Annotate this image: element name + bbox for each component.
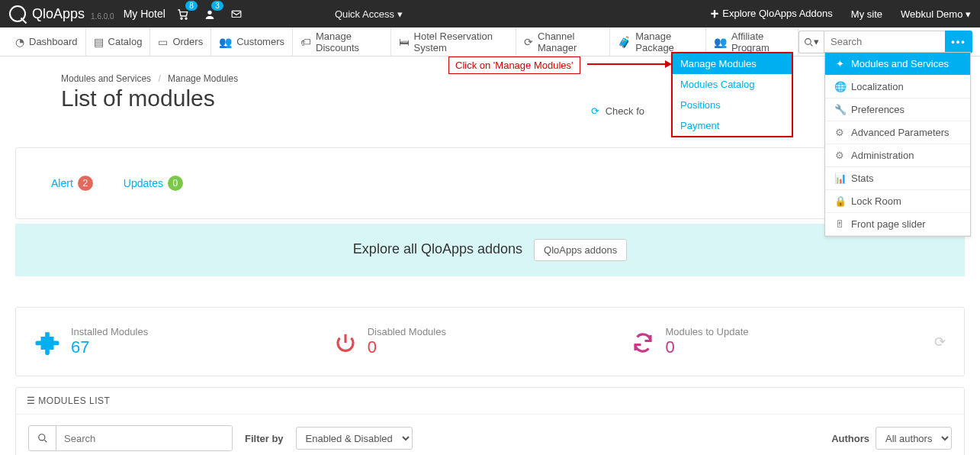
stats-panel: Installed Modules 67 Disabled Modules 0 … (15, 307, 965, 376)
more-front-slider[interactable]: 🎚Front page slider (825, 213, 970, 236)
my-site-link[interactable]: My site (851, 8, 882, 20)
app-name: QloApps (32, 6, 85, 22)
nav-package-label: Manage Package (635, 31, 698, 53)
modules-search-box (28, 425, 233, 451)
puzzle-icon: ✦ (834, 58, 845, 69)
users-icon: 👥 (219, 36, 232, 48)
stat-update: Modules to Update 0 (631, 326, 748, 357)
mail-icon[interactable] (230, 7, 243, 21)
nav-dashboard-label: Dashboard (29, 36, 78, 47)
cart-icon[interactable]: 8 (176, 7, 190, 21)
svg-point-5 (38, 434, 44, 440)
stat-installed: Installed Modules 67 (34, 326, 148, 357)
nav-hotel-res-label: Hotel Reservation System (414, 31, 508, 53)
nav-catalog[interactable]: ▤Catalog (86, 27, 151, 56)
topbar: QloApps 1.6.0.0 My Hotel 8 3 Quick Acces… (0, 0, 980, 27)
power-icon (334, 329, 357, 354)
explore-addons-link[interactable]: Explore QloApps Addons (709, 8, 833, 20)
more-administration[interactable]: ⚙Administration (825, 144, 970, 167)
refresh-icon: ⟳ (524, 36, 533, 48)
list-icon: ☰ (27, 395, 38, 406)
gear-icon: ⚙ (834, 150, 845, 161)
submenu-positions[interactable]: Positions (673, 95, 792, 115)
breadcrumb-sep: / (158, 73, 160, 84)
more-localization[interactable]: 🌐Localization (825, 76, 970, 98)
search-scope-dropdown[interactable]: ▾ (798, 31, 824, 53)
bed-icon: 🛏 (399, 36, 410, 48)
alert-link[interactable]: Alert 2 (51, 176, 93, 191)
updates-count: 0 (168, 176, 183, 191)
hotel-name[interactable]: My Hotel (124, 8, 165, 20)
quick-access-label: Quick Access (335, 8, 394, 20)
wrench-icon: 🔧 (834, 104, 845, 115)
user-icon[interactable]: 3 (204, 7, 216, 21)
globe-icon: 🌐 (834, 81, 845, 92)
more-menu-button[interactable]: ••• (945, 31, 972, 53)
more-front-label: Front page slider (851, 218, 926, 230)
filter-by-select[interactable]: Enabled & Disabled (296, 427, 413, 450)
svg-point-0 (181, 18, 182, 19)
logo-mark-icon (9, 5, 26, 22)
nav-catalog-label: Catalog (108, 36, 143, 47)
nav-channel[interactable]: ⟳Channel Manager (516, 27, 610, 56)
svg-point-2 (207, 10, 211, 14)
refresh-stats-icon[interactable]: ⟳ (934, 334, 946, 350)
nav-channel-label: Channel Manager (538, 31, 602, 53)
stat-installed-value: 67 (71, 337, 148, 357)
check-update-label: Check fo (606, 105, 644, 117)
more-stats-label: Stats (851, 173, 874, 184)
more-menu-dropdown: ✦Modules and Services 🌐Localization 🔧Pre… (824, 52, 971, 237)
modules-search-input[interactable] (56, 426, 232, 450)
book-icon: ▤ (94, 36, 104, 48)
more-modules-services[interactable]: ✦Modules and Services (825, 53, 970, 76)
nav-dashboard[interactable]: ◔Dashboard (8, 27, 86, 56)
authors-label: Authors (831, 433, 869, 444)
tag-icon: 🏷 (300, 36, 311, 48)
addons-button[interactable]: QloApps addons (534, 239, 627, 261)
sliders-icon: 🎚 (834, 218, 845, 230)
puzzle-icon (34, 328, 60, 355)
submenu-manage-modules[interactable]: Manage Modules (673, 53, 792, 74)
annotation-arrow-head (665, 60, 672, 68)
quick-access-menu[interactable]: Quick Access ▾ (335, 8, 403, 20)
authors-select[interactable]: All authors (876, 427, 952, 450)
more-lock-room[interactable]: 🔒Lock Room (825, 190, 970, 213)
nav-search-input[interactable] (824, 31, 946, 53)
more-advanced-label: Advanced Parameters (851, 127, 949, 138)
explore-text: Explore all QloApps addons (353, 241, 522, 257)
search-icon (804, 36, 814, 47)
more-lock-label: Lock Room (851, 195, 901, 207)
cart-badge: 8 (185, 1, 198, 11)
authors-wrap: Authors All authors (831, 427, 952, 450)
nav-orders[interactable]: ▭Orders (150, 27, 211, 56)
more-stats[interactable]: 📊Stats (825, 167, 970, 190)
stat-disabled: Disabled Modules 0 (334, 326, 446, 357)
explore-banner: Explore all QloApps addons QloApps addon… (15, 224, 965, 276)
nav-customers[interactable]: 👥Customers (211, 27, 293, 56)
app-logo[interactable]: QloApps 1.6.0.0 (9, 5, 114, 22)
nav-customers-label: Customers (236, 36, 284, 47)
more-advanced[interactable]: ⚙Advanced Parameters (825, 121, 970, 144)
breadcrumb-b: Manage Modules (168, 73, 238, 84)
search-button[interactable] (29, 426, 56, 450)
app-version: 1.6.0.0 (91, 12, 114, 21)
nav-hotel-res[interactable]: 🛏Hotel Reservation System (391, 27, 516, 56)
breadcrumb-a[interactable]: Modules and Services (61, 73, 151, 84)
nav-discounts[interactable]: 🏷Manage Discounts (293, 27, 391, 56)
updates-link[interactable]: Updates 0 (124, 176, 183, 191)
nav-discounts-label: Manage Discounts (316, 31, 383, 53)
more-modules-label: Modules and Services (851, 58, 949, 69)
submenu-payment[interactable]: Payment (673, 115, 792, 136)
modules-list-panel: ☰ MODULES LIST Filter by Enabled & Disab… (15, 387, 965, 455)
users-icon: 👥 (714, 36, 727, 48)
card-icon: ▭ (158, 36, 168, 48)
stat-update-value: 0 (665, 337, 748, 357)
stat-disabled-value: 0 (368, 337, 446, 357)
caret-down-icon: ▾ (966, 8, 971, 20)
filters-row: Filter by Enabled & Disabled Authors All… (16, 415, 964, 455)
filter-by-label: Filter by (245, 433, 284, 444)
submenu-modules-catalog[interactable]: Modules Catalog (673, 74, 792, 95)
modules-list-heading-text: MODULES LIST (38, 395, 110, 406)
more-preferences[interactable]: 🔧Preferences (825, 98, 970, 121)
user-menu[interactable]: Webkul Demo ▾ (901, 8, 971, 20)
